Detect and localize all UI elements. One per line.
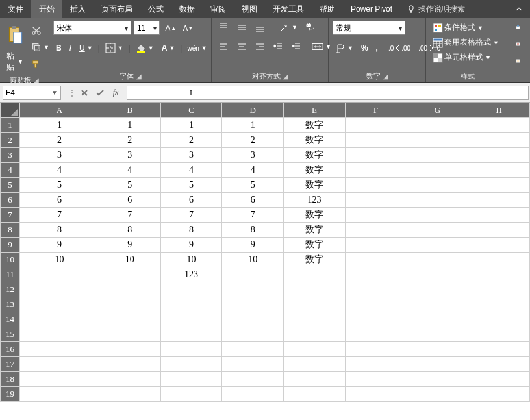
cell[interactable] <box>468 282 530 297</box>
orientation-button[interactable]: ▼ <box>277 21 300 34</box>
cell[interactable] <box>222 282 284 297</box>
cell[interactable]: 7 <box>160 208 222 223</box>
cell[interactable] <box>99 282 161 297</box>
cell[interactable]: 数字 <box>284 178 346 193</box>
cell[interactable] <box>407 357 468 372</box>
fill-color-button[interactable]: ▼ <box>133 42 157 55</box>
font-color-button[interactable]: A▼ <box>159 42 178 54</box>
cell[interactable] <box>468 312 530 327</box>
cell[interactable]: 4 <box>222 163 284 178</box>
row-header[interactable]: 16 <box>1 342 20 357</box>
cell[interactable]: 6 <box>160 193 222 208</box>
cell[interactable] <box>99 312 161 327</box>
cancel-formula-button[interactable] <box>77 86 92 99</box>
cell[interactable]: 数字 <box>284 163 346 178</box>
cell[interactable] <box>468 163 530 178</box>
cell[interactable]: 10 <box>20 253 99 267</box>
cell[interactable] <box>160 342 222 357</box>
cell[interactable]: 数字 <box>284 148 346 163</box>
row-header[interactable]: 8 <box>1 223 20 238</box>
cell[interactable] <box>284 312 346 327</box>
row-header[interactable]: 2 <box>1 133 20 148</box>
cell[interactable]: 6 <box>99 193 161 208</box>
tab-data[interactable]: 数据 <box>171 0 203 18</box>
cell[interactable] <box>407 342 468 357</box>
cell[interactable] <box>160 312 222 327</box>
cell[interactable] <box>468 297 530 312</box>
cell[interactable] <box>20 312 99 327</box>
align-center-button[interactable] <box>234 40 249 53</box>
cell[interactable]: 4 <box>99 163 161 178</box>
cell[interactable] <box>407 193 468 208</box>
insert-cells-button[interactable] <box>513 21 523 34</box>
cell[interactable] <box>407 312 468 327</box>
cell[interactable] <box>345 342 407 357</box>
cell[interactable] <box>407 267 468 282</box>
cell[interactable] <box>468 208 530 223</box>
cell[interactable] <box>468 372 530 387</box>
cell[interactable]: 1 <box>99 118 161 133</box>
cell[interactable]: 4 <box>160 163 222 178</box>
cell[interactable]: 数字 <box>284 208 346 223</box>
cell[interactable] <box>345 208 407 223</box>
cell[interactable] <box>407 253 468 267</box>
row-header[interactable]: 19 <box>1 387 20 402</box>
align-top-button[interactable] <box>216 21 231 34</box>
cell[interactable]: 数字 <box>284 253 346 267</box>
bold-button[interactable]: B <box>53 42 64 54</box>
row-header[interactable]: 5 <box>1 178 20 193</box>
cell[interactable] <box>407 372 468 387</box>
increase-decimal-button[interactable]: .0.00 <box>386 43 413 53</box>
enter-formula-button[interactable] <box>93 86 107 99</box>
cell[interactable] <box>468 223 530 238</box>
cell[interactable] <box>345 387 407 402</box>
cell[interactable] <box>407 223 468 238</box>
col-header-G[interactable]: G <box>407 103 468 118</box>
cell[interactable]: 8 <box>222 223 284 238</box>
row-header[interactable]: 9 <box>1 238 20 253</box>
row-header[interactable]: 13 <box>1 297 20 312</box>
delete-cells-button[interactable] <box>513 38 523 51</box>
cell[interactable]: 123 <box>284 193 346 208</box>
font-launcher[interactable]: ◢ <box>136 73 142 80</box>
tab-help[interactable]: 帮助 <box>312 0 343 18</box>
cell-styles-button[interactable]: 单元格样式▼ <box>430 51 505 64</box>
cell[interactable]: 123 <box>160 267 222 282</box>
cell[interactable]: 7 <box>222 208 284 223</box>
cell[interactable] <box>407 238 468 253</box>
cell[interactable] <box>345 238 407 253</box>
cell[interactable] <box>468 148 530 163</box>
cell[interactable] <box>284 387 346 402</box>
cell[interactable] <box>468 238 530 253</box>
cell[interactable]: 2 <box>160 133 222 148</box>
cell[interactable] <box>468 193 530 208</box>
cell[interactable] <box>345 133 407 148</box>
cell[interactable] <box>99 372 161 387</box>
cell[interactable] <box>407 118 468 133</box>
cell[interactable] <box>99 267 161 282</box>
cell[interactable]: 1 <box>20 118 99 133</box>
cell[interactable] <box>20 267 99 282</box>
increase-indent-button[interactable] <box>288 40 304 53</box>
row-header[interactable]: 14 <box>1 312 20 327</box>
cell[interactable] <box>345 118 407 133</box>
tab-home[interactable]: 开始 <box>31 0 62 18</box>
cell[interactable]: 2 <box>222 133 284 148</box>
paste-button[interactable] <box>4 21 26 49</box>
cell[interactable]: 3 <box>160 148 222 163</box>
font-size-combo[interactable]: 11▾ <box>134 21 160 35</box>
cell[interactable] <box>160 372 222 387</box>
cell[interactable] <box>284 267 346 282</box>
cell[interactable] <box>345 312 407 327</box>
cell[interactable]: 数字 <box>284 118 346 133</box>
percent-button[interactable]: % <box>359 42 371 54</box>
cell[interactable] <box>284 342 346 357</box>
cell[interactable] <box>468 178 530 193</box>
cell[interactable] <box>284 357 346 372</box>
cell[interactable]: 10 <box>160 253 222 267</box>
paste-label[interactable]: 粘贴▼ <box>4 49 26 74</box>
cell[interactable] <box>20 342 99 357</box>
italic-button[interactable]: I <box>67 42 74 54</box>
cell[interactable] <box>345 193 407 208</box>
cell[interactable] <box>222 387 284 402</box>
